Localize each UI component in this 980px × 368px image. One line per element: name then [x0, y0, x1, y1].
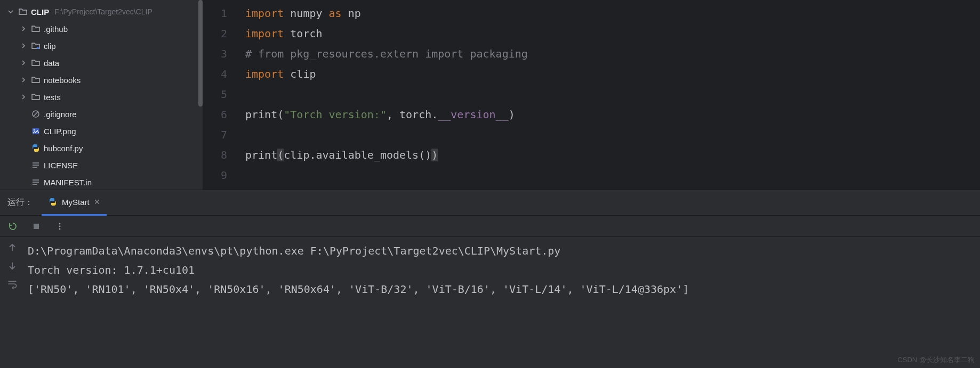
svg-point-13: [59, 225, 61, 227]
tree-item-label: LICENSE: [44, 161, 78, 170]
svg-line-2: [34, 112, 38, 116]
tree-item[interactable]: hubconf.py: [0, 140, 203, 157]
text-file-icon: [31, 177, 41, 187]
run-panel-title: 运行：: [7, 197, 33, 208]
code-line[interactable]: # from pkg_resources.extern import packa…: [245, 44, 980, 64]
line-gutter: 123456789: [203, 0, 235, 190]
tree-root-label: CLIP: [31, 7, 49, 17]
chevron-right-icon: [19, 42, 28, 50]
tree-item-label: hubconf.py: [44, 144, 83, 153]
console-line: D:\ProgramData\Anaconda3\envs\pt\python.…: [28, 241, 980, 260]
text-file-icon: [31, 160, 41, 170]
more-icon[interactable]: [54, 221, 65, 232]
code-line[interactable]: [245, 125, 980, 145]
tree-item-label: data: [44, 59, 59, 68]
run-toolbar: [0, 216, 980, 237]
folder-icon: [31, 75, 41, 85]
tree-item-label: notebooks: [44, 76, 81, 85]
run-tab-bar: 运行： MyStart ✕: [0, 190, 980, 216]
chevron-right-icon: [19, 76, 28, 84]
line-number: 5: [203, 84, 227, 104]
tree-item[interactable]: tests: [0, 88, 203, 105]
python-icon: [31, 143, 41, 153]
tree-root-path: F:\PyProject\Target2vec\CLIP: [54, 7, 152, 16]
code-line[interactable]: print("Torch version:", torch.__version_…: [245, 104, 980, 125]
chevron-right-icon: [19, 59, 28, 67]
close-icon[interactable]: ✕: [94, 198, 100, 206]
folder-icon: [31, 92, 41, 102]
stop-icon[interactable]: [31, 221, 42, 232]
code-line[interactable]: [245, 84, 980, 104]
top-pane: CLIP F:\PyProject\Target2vec\CLIP .githu…: [0, 0, 980, 190]
console-left-gutter: [0, 237, 25, 368]
folder-icon: [31, 41, 41, 51]
chevron-right-icon: [19, 24, 28, 33]
folder-icon: [31, 58, 41, 68]
tree-item[interactable]: clip: [0, 37, 203, 54]
console-line: ['RN50', 'RN101', 'RN50x4', 'RN50x16', '…: [28, 280, 980, 299]
soft-wrap-icon[interactable]: [7, 279, 18, 289]
svg-rect-11: [34, 224, 39, 229]
code-line[interactable]: [245, 165, 980, 185]
sidebar-scrollbar-thumb[interactable]: [198, 0, 203, 107]
tree-item-label: tests: [44, 93, 61, 102]
tree-item[interactable]: .github: [0, 20, 203, 37]
tree-root[interactable]: CLIP F:\PyProject\Target2vec\CLIP: [0, 3, 203, 20]
line-number: 2: [203, 23, 227, 44]
python-icon: [48, 197, 58, 207]
svg-point-0: [37, 47, 39, 49]
console-output[interactable]: D:\ProgramData\Anaconda3\envs\pt\python.…: [25, 237, 980, 368]
chevron-right-icon: [19, 93, 28, 101]
svg-point-4: [34, 129, 35, 131]
svg-point-14: [59, 228, 61, 230]
tree-item-label: clip: [44, 42, 56, 51]
tree-item-label: CLIP.png: [44, 127, 76, 136]
down-arrow-icon[interactable]: [7, 260, 18, 271]
code-line[interactable]: import numpy as np: [245, 3, 980, 23]
up-arrow-icon[interactable]: [7, 242, 18, 253]
code-line[interactable]: import clip: [245, 64, 980, 84]
code-line[interactable]: print(clip.available_models()): [245, 145, 980, 165]
tree-item-label: MANIFEST.in: [44, 178, 92, 187]
chevron-down-icon: [6, 7, 15, 16]
tree-item[interactable]: data: [0, 54, 203, 71]
line-number: 1: [203, 3, 227, 23]
image-icon: [31, 126, 41, 136]
project-tree[interactable]: CLIP F:\PyProject\Target2vec\CLIP .githu…: [0, 0, 203, 190]
line-number: 8: [203, 145, 227, 165]
line-number: 6: [203, 104, 227, 125]
folder-icon: [18, 7, 28, 17]
code-editor[interactable]: 123456789 import numpy as npimport torch…: [203, 0, 980, 190]
console-line: Torch version: 1.7.1+cu101: [28, 260, 980, 280]
line-number: 7: [203, 125, 227, 145]
tree-item[interactable]: CLIP.png: [0, 122, 203, 140]
sidebar-scrollbar[interactable]: [197, 0, 203, 120]
line-number: 3: [203, 44, 227, 64]
run-panel: 运行： MyStart ✕: [0, 190, 980, 368]
svg-point-12: [59, 223, 61, 224]
line-number: 9: [203, 165, 227, 185]
tree-item[interactable]: .gitignore: [0, 105, 203, 122]
code-area[interactable]: import numpy as npimport torch# from pkg…: [235, 0, 980, 190]
folder-icon: [31, 24, 41, 34]
tree-item-label: .gitignore: [44, 110, 77, 119]
tree-item[interactable]: MANIFEST.in: [0, 174, 203, 190]
run-tab[interactable]: MyStart ✕: [42, 190, 107, 216]
tree-item-label: .github: [44, 24, 68, 34]
line-number: 4: [203, 64, 227, 84]
console-body: D:\ProgramData\Anaconda3\envs\pt\python.…: [0, 237, 980, 368]
code-line[interactable]: import torch: [245, 23, 980, 44]
watermark: CSDN @长沙知名李二狗: [897, 355, 975, 365]
run-tab-label: MyStart: [62, 198, 90, 207]
tree-item[interactable]: LICENSE: [0, 157, 203, 174]
tree-item[interactable]: notebooks: [0, 71, 203, 88]
ignore-icon: [31, 109, 41, 119]
rerun-icon[interactable]: [7, 221, 18, 232]
